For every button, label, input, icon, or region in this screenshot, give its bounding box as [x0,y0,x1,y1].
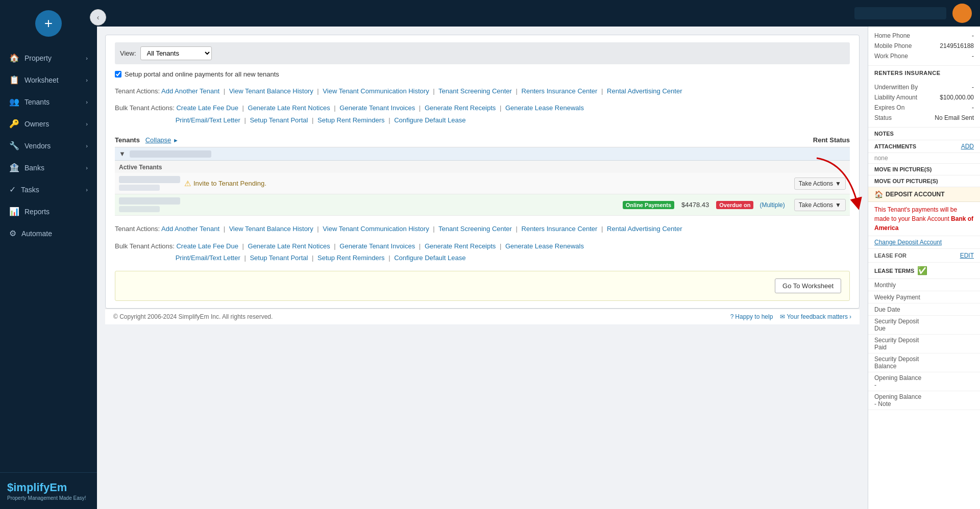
center-panel: View: All Tenants Active Tenants Past Te… [97,27,868,509]
sidebar-item-worksheet[interactable]: 📋 Worksheet › [0,69,97,91]
take-actions-btn-payment[interactable]: Take Actions ▼ [794,199,846,211]
sidebar-item-automate[interactable]: ⚙ Automate [0,222,97,244]
underwritten-value: - [972,84,974,91]
worksheet-icon: 📋 [9,75,19,85]
bulk-create-late-fee[interactable]: Create Late Fee Due [176,104,238,112]
view-select[interactable]: All Tenants Active Tenants Past Tenants [140,46,212,60]
due-date-label: Due Date [874,306,924,313]
sidebar-item-label: Property [24,54,52,62]
sidebar-item-banks[interactable]: 🏦 Banks › [0,157,97,179]
lease-terms-header: LEASE TERMS ✅ [868,263,980,279]
liability-row: Liability Amount $100,000.00 [874,92,974,103]
bulk-tenant-invoices[interactable]: Generate Tenant Invoices [339,104,415,112]
bulk-actions-top: Bulk Tenant Actions: Create Late Fee Due… [115,102,850,126]
bulk-rent-receipts[interactable]: Generate Rent Receipts [425,104,496,112]
tenant-actions-top: Tenant Actions: Add Another Tenant | Vie… [115,85,850,97]
action-rental-advertising[interactable]: Rental Advertising Center [607,87,682,95]
tenants-icon: 👥 [9,97,19,107]
security-deposit-due-label: Security Deposit Due [874,318,924,332]
tenant-actions-bottom: Tenant Actions: Add Another Tenant | Vie… [115,223,850,235]
bulk-rent-reminders-2[interactable]: Setup Rent Reminders [317,254,385,262]
monthly-row: Monthly [868,279,980,291]
action-screening[interactable]: Tenant Screening Center [438,87,512,95]
action-renters-insurance-2[interactable]: Renters Insurance Center [522,225,598,233]
tenants-header: Tenants Collapse ► Rent Status [115,133,850,147]
goto-worksheet-button[interactable]: Go To Worksheet [775,278,841,293]
feedback-link[interactable]: ✉ Your feedback matters › [780,313,851,320]
top-bar [97,0,980,27]
sidebar-item-reports[interactable]: 📊 Reports [0,200,97,222]
sidebar-item-tenants[interactable]: 👥 Tenants › [0,91,97,113]
sidebar-logo: $implifyEm Property Management Made Easy… [0,472,97,509]
property-name-blurred [130,150,211,158]
action-view-balance-2[interactable]: View Tenant Balance History [229,225,313,233]
sidebar-toggle[interactable]: ‹ [90,9,106,26]
bulk-tenant-invoices-2[interactable]: Generate Tenant Invoices [339,242,415,250]
security-deposit-balance-row: Security Deposit Balance [868,353,980,372]
action-rental-advertising-2[interactable]: Rental Advertising Center [607,225,682,233]
take-actions-btn-invite[interactable]: Take Actions ▼ [794,177,846,190]
renters-insurance-section: Underwritten By - Liability Amount $100,… [868,78,980,128]
sidebar-item-owners[interactable]: 🔑 Owners › [0,113,97,135]
bulk-letter[interactable]: Print/Email/Text Letter [176,116,240,124]
opening-balance-label: Opening Balance - [874,374,924,389]
action-view-balance[interactable]: View Tenant Balance History [229,87,313,95]
chevron-right-icon: › [86,77,88,83]
bulk-late-rent-notices-2[interactable]: Generate Late Rent Notices [248,242,330,250]
feedback-icon: ✉ [780,313,785,320]
weekly-payment-label: Weekly Payment [874,294,924,301]
expires-row: Expires On - [874,103,974,113]
bulk-default-lease[interactable]: Configure Default Lease [394,116,465,124]
property-name-row: ▼ [115,147,850,161]
lease-section-header: LEASE for EDIT [868,249,980,263]
setup-checkbox[interactable] [115,71,121,78]
bulk-default-lease-2[interactable]: Configure Default Lease [394,254,465,262]
action-screening-2[interactable]: Tenant Screening Center [438,225,512,233]
setup-checkbox-row: Setup portal and online payments for all… [115,70,850,78]
owners-icon: 🔑 [9,119,19,129]
user-avatar[interactable] [952,4,972,23]
action-add-tenant-2[interactable]: Add Another Tenant [161,225,219,233]
footer-links: ? Happy to help ✉ Your feedback matters … [730,313,851,320]
add-button[interactable]: + [35,10,62,37]
bulk-create-late-fee-2[interactable]: Create Late Fee Due [176,242,238,250]
lease-edit-link[interactable]: EDIT [960,252,974,259]
insurance-status-row: Status No Email Sent [874,113,974,123]
sidebar-item-label: Owners [24,120,49,128]
chevron-right-icon: › [86,143,88,149]
bulk-late-rent-notices[interactable]: Generate Late Rent Notices [248,104,330,112]
change-deposit-link[interactable]: Change Deposit Account [868,236,980,249]
content-area: View: All Tenants Active Tenants Past Te… [97,27,980,509]
bulk-lease-renewals[interactable]: Generate Lease Renewals [505,104,584,112]
collapse-link[interactable]: Collapse [145,136,172,144]
overdue-badge: Overdue on [716,201,753,209]
sidebar-item-label: Automate [21,230,52,238]
view-row: View: All Tenants Active Tenants Past Te… [115,42,850,64]
action-communication-history[interactable]: View Tenant Communication History [323,87,429,95]
attachments-row: ATTACHMENTS ADD [868,140,980,153]
lease-terms-label: LEASE TERMS [874,268,914,274]
worksheet-row: Go To Worksheet [115,271,850,301]
sidebar-item-label: Banks [24,164,44,172]
underwritten-label: Underwritten By [874,84,920,91]
action-renters-insurance[interactable]: Renters Insurance Center [522,87,598,95]
bulk-tenant-portal[interactable]: Setup Tenant Portal [250,116,308,124]
expires-label: Expires On [874,104,920,111]
sidebar-item-tasks[interactable]: ✓ Tasks › [0,179,97,200]
bulk-tenant-portal-2[interactable]: Setup Tenant Portal [250,254,308,262]
bulk-letter-2[interactable]: Print/Email/Text Letter [176,254,240,262]
help-link[interactable]: ? Happy to help [730,313,773,320]
attachments-add-link[interactable]: ADD [961,143,974,150]
expires-value: - [972,104,974,111]
tenant-actions-label-2: Tenant Actions: [115,225,160,233]
sidebar-item-vendors[interactable]: 🔧 Vendors › [0,135,97,157]
sidebar-item-label: Tasks [21,186,39,194]
action-add-tenant[interactable]: Add Another Tenant [161,87,219,95]
green-check-icon: ✅ [917,266,927,275]
bulk-lease-renewals-2[interactable]: Generate Lease Renewals [505,242,584,250]
insurance-status-label: Status [874,114,920,121]
sidebar-item-property[interactable]: 🏠 Property › [0,47,97,69]
bulk-rent-receipts-2[interactable]: Generate Rent Receipts [425,242,496,250]
bulk-rent-reminders[interactable]: Setup Rent Reminders [317,116,385,124]
action-communication-history-2[interactable]: View Tenant Communication History [323,225,429,233]
